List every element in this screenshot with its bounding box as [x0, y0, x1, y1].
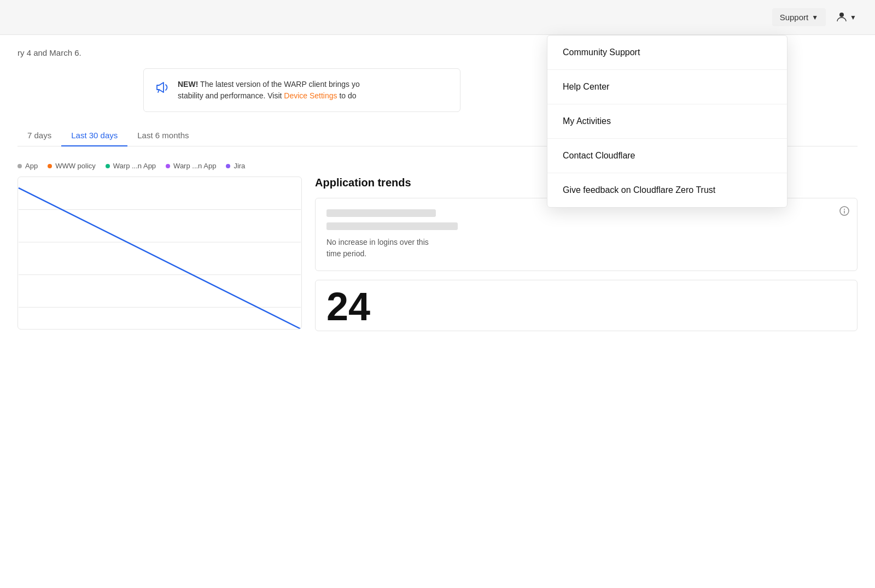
skeleton-bar-1	[326, 209, 436, 217]
main-chart	[18, 177, 302, 330]
support-dropdown-menu: Community Support Help Center My Activit…	[547, 35, 788, 208]
notification-text3: to do	[337, 91, 357, 100]
legend-label-warp2: Warp ...n App	[173, 162, 216, 170]
tab-7days[interactable]: 7 days	[18, 125, 61, 146]
support-label: Support	[780, 13, 809, 22]
header-right: Support ▼ ▼	[772, 6, 862, 28]
user-menu-button[interactable]: ▼	[830, 6, 862, 28]
legend-item-warp2: Warp ...n App	[166, 162, 216, 170]
legend-dot-warp1	[106, 164, 110, 168]
support-chevron-icon: ▼	[812, 14, 818, 21]
user-icon	[836, 10, 848, 24]
no-increase-card: No increase in logins over thistime peri…	[315, 198, 858, 271]
tab-30days[interactable]: Last 30 days	[61, 125, 127, 146]
skeleton-bar-2	[326, 222, 458, 230]
big-number: 24	[326, 285, 370, 328]
info-icon[interactable]	[839, 206, 849, 218]
notification-text1: The latest version of the WARP client br…	[198, 80, 359, 89]
legend-item-warp1: Warp ...n App	[106, 162, 156, 170]
svg-point-0	[839, 13, 844, 17]
megaphone-icon	[155, 80, 170, 98]
dropdown-item-give-feedback[interactable]: Give feedback on Cloudflare Zero Trust	[547, 173, 787, 207]
legend-label-warp1: Warp ...n App	[113, 162, 156, 170]
legend-label-jira: Jira	[234, 162, 245, 170]
big-number-card: 24	[315, 280, 858, 331]
dropdown-item-my-activities[interactable]: My Activities	[547, 104, 787, 139]
svg-point-6	[844, 209, 845, 210]
tab-6months[interactable]: Last 6 months	[127, 125, 199, 146]
legend-dot-jira	[226, 164, 230, 168]
notification-text2: stability and performance. Visit	[178, 91, 284, 100]
dropdown-item-help-center[interactable]: Help Center	[547, 70, 787, 104]
legend-item-www: WWW policy	[48, 162, 96, 170]
no-increase-text: No increase in logins over thistime peri…	[326, 237, 846, 260]
legend-item-app: App	[18, 162, 38, 170]
legend-label-www: WWW policy	[55, 162, 96, 170]
notification-banner: NEW! The latest version of the WARP clie…	[143, 68, 460, 112]
user-chevron-icon: ▼	[850, 14, 856, 21]
device-settings-link[interactable]: Device Settings	[284, 91, 337, 100]
legend-dot-app	[18, 164, 22, 168]
legend-dot-www	[48, 164, 52, 168]
legend-dot-warp2	[166, 164, 170, 168]
support-button[interactable]: Support ▼	[772, 8, 826, 26]
legend-label-app: App	[25, 162, 38, 170]
notification-bold: NEW!	[178, 80, 198, 89]
dropdown-item-contact-cloudflare[interactable]: Contact Cloudflare	[547, 139, 787, 173]
app-header: Support ▼ ▼	[0, 0, 875, 35]
dropdown-item-community-support[interactable]: Community Support	[547, 36, 787, 70]
legend-item-jira: Jira	[226, 162, 245, 170]
notification-text: NEW! The latest version of the WARP clie…	[178, 79, 360, 102]
